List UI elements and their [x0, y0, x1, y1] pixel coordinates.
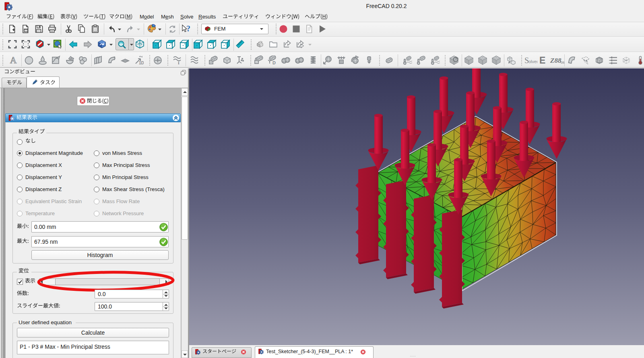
svg-text:1D: 1D: [139, 61, 144, 65]
svg-text:A: A: [10, 56, 17, 65]
svg-text:D: D: [272, 60, 276, 65]
svg-text:i: i: [178, 60, 180, 65]
svg-text:?: ?: [186, 25, 190, 33]
svg-text:os: os: [561, 60, 564, 64]
svg-text:E: E: [539, 56, 545, 65]
svg-text:Z88: Z88: [550, 57, 561, 64]
svg-text:olver: olver: [528, 59, 537, 64]
